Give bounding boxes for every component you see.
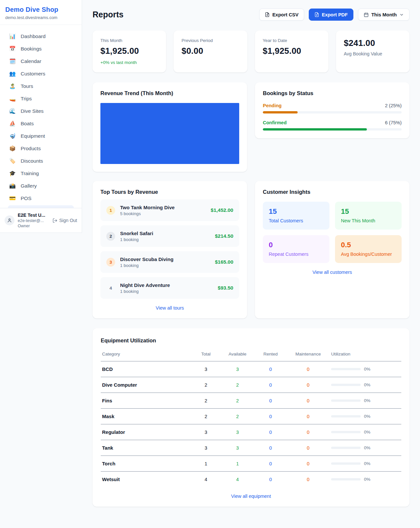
- utilization-percent: 0%: [364, 461, 370, 466]
- table-row: Tank 3 3 0 0 0%: [101, 440, 401, 456]
- tour-name: Snorkel Safari: [120, 231, 153, 236]
- stat-label: This Month: [100, 38, 158, 43]
- dashboard-icon: 📊: [9, 34, 16, 39]
- tour-bookings: 1 booking: [120, 237, 153, 242]
- sidebar-item-products[interactable]: 📦 Products: [4, 142, 78, 155]
- cell-rented: 0: [254, 440, 287, 456]
- cell-rented: 0: [254, 377, 287, 393]
- equipment-icon: 🤿: [9, 133, 16, 139]
- stat-value: $241.00: [344, 38, 402, 48]
- file-download-icon: [314, 12, 319, 17]
- sidebar-item-pos[interactable]: 💳 POS: [4, 192, 78, 205]
- sidebar-item-customers[interactable]: 👥 Customers: [4, 68, 78, 80]
- cell-maintenance: 0: [287, 456, 329, 472]
- sidebar-item-tours[interactable]: 🏝️ Tours: [4, 80, 78, 92]
- utilization-bar: [331, 368, 361, 370]
- page-header: Reports Export CSV Export PDF This Month: [93, 9, 410, 21]
- list-item[interactable]: 4 Night Dive Adventure 1 booking $93.50: [100, 277, 239, 299]
- sidebar-item-boats[interactable]: ⛵ Boats: [4, 117, 78, 130]
- stat-label: Year to Date: [263, 38, 321, 43]
- sidebar-item-calendar[interactable]: 🗓️ Calendar: [4, 55, 78, 68]
- cell-total: 2: [191, 393, 221, 409]
- list-item[interactable]: 3 Discover Scuba Diving 1 booking $165.0…: [100, 251, 239, 273]
- view-all-tours-link[interactable]: View all tours: [100, 305, 239, 311]
- sidebar-item-label: Boats: [21, 121, 34, 127]
- avatar: [5, 215, 14, 225]
- sidebar-item-label: Training: [21, 171, 39, 176]
- sidebar-item-gallery[interactable]: 📸 Gallery: [4, 180, 78, 192]
- utilization-bar: [331, 415, 361, 417]
- sidebar-item-equipment[interactable]: 🤿 Equipment: [4, 130, 78, 142]
- cell-total: 3: [191, 361, 221, 377]
- cell-category: BCD: [101, 361, 191, 377]
- sidebar-item-trips[interactable]: 🚤 Trips: [4, 92, 78, 105]
- view-all-equipment-link[interactable]: View all equipment: [101, 494, 401, 499]
- export-pdf-button[interactable]: Export PDF: [309, 9, 353, 21]
- table-row: Wetsuit 4 4 0 0 0%: [101, 472, 401, 487]
- utilization-bar: [331, 399, 361, 402]
- stat-label: Previous Period: [181, 38, 239, 43]
- cell-available: 2: [221, 377, 254, 393]
- revenue-trend-title: Revenue Trend (This Month): [100, 90, 239, 96]
- cell-category: Wetsuit: [101, 472, 191, 487]
- cell-rented: 0: [254, 456, 287, 472]
- cell-available: 2: [221, 393, 254, 409]
- sign-out-icon: [52, 218, 57, 223]
- tile-total-customers: 15 Total Customers: [263, 202, 329, 230]
- sign-out-button[interactable]: Sign Out: [52, 218, 77, 223]
- utilization-bar: [331, 431, 361, 433]
- utilization-percent: 0%: [364, 398, 370, 403]
- table-row: BCD 3 3 0 0 0%: [101, 361, 401, 377]
- utilization-bar: [331, 478, 361, 480]
- utilization-percent: 0%: [364, 445, 370, 450]
- status-progress-track: [263, 111, 402, 113]
- products-icon: 📦: [9, 146, 16, 151]
- cell-available: 3: [221, 361, 254, 377]
- bookings-icon: 📅: [9, 46, 16, 51]
- cell-category: Fins: [101, 393, 191, 409]
- bookings-by-status-card: Bookings by Status Pending 2 (25%) Confi…: [255, 82, 410, 138]
- tour-name: Two Tank Morning Dive: [120, 205, 175, 210]
- stat-value: $0.00: [181, 46, 239, 56]
- shop-domain: demo.test.divestreams.com: [5, 15, 76, 20]
- period-dropdown[interactable]: This Month: [358, 9, 410, 21]
- stat-label: Avg Booking Value: [344, 51, 402, 56]
- tile-label: New This Month: [341, 218, 396, 223]
- sidebar-item-bookings[interactable]: 📅 Bookings: [4, 43, 78, 55]
- sidebar-item-dive-sites[interactable]: 🌊 Dive Sites: [4, 105, 78, 117]
- column-header-category: Category: [101, 350, 191, 361]
- sidebar-item-discounts[interactable]: 🏷️ Discounts: [4, 155, 78, 167]
- file-download-icon: [265, 12, 270, 17]
- table-row: Regulator 3 3 0 0 0%: [101, 424, 401, 440]
- sidebar-item-dashboard[interactable]: 📊 Dashboard: [4, 30, 78, 43]
- sidebar-item-training[interactable]: 🎓 Training: [4, 167, 78, 180]
- period-label: This Month: [371, 12, 397, 17]
- cell-maintenance: 0: [287, 424, 329, 440]
- tile-new-this-month: 15 New This Month: [335, 202, 402, 230]
- boats-icon: ⛵: [9, 121, 16, 126]
- table-header-row: Category Total Available Rented Maintena…: [101, 350, 401, 361]
- export-csv-button[interactable]: Export CSV: [259, 9, 304, 21]
- discounts-icon: 🏷️: [9, 158, 16, 164]
- column-header-utilization: Utilization: [329, 350, 401, 361]
- tour-bookings: 5 bookings: [120, 211, 175, 216]
- sidebar-nav: 📊 Dashboard 📅 Bookings 🗓️ Calendar 👥 Cus…: [0, 25, 82, 208]
- chevron-down-icon: [399, 12, 404, 17]
- cell-category: Dive Computer: [101, 377, 191, 393]
- table-row: Mask 2 2 0 0 0%: [101, 409, 401, 424]
- sidebar-item-reports-active[interactable]: [8, 205, 74, 208]
- sidebar-item-label: Equipment: [21, 133, 45, 139]
- cell-total: 2: [191, 409, 221, 424]
- user-meta: E2E Test U... e2e-tester@... Owner: [18, 213, 45, 228]
- status-row-confirmed: Confirmed 6 (75%): [263, 120, 402, 131]
- pos-icon: 💳: [9, 196, 16, 201]
- list-item[interactable]: 1 Two Tank Morning Dive 5 bookings $1,45…: [100, 199, 239, 221]
- customers-icon: 👥: [9, 71, 16, 76]
- revenue-trend-card: Revenue Trend (This Month): [93, 82, 247, 172]
- status-count: 6 (75%): [385, 120, 402, 125]
- sidebar-item-label: Trips: [21, 96, 32, 102]
- column-header-total: Total: [191, 350, 221, 361]
- view-all-customers-link[interactable]: View all customers: [263, 270, 402, 275]
- list-item[interactable]: 2 Snorkel Safari 1 booking $214.50: [100, 225, 239, 247]
- status-row-pending: Pending 2 (25%): [263, 103, 402, 113]
